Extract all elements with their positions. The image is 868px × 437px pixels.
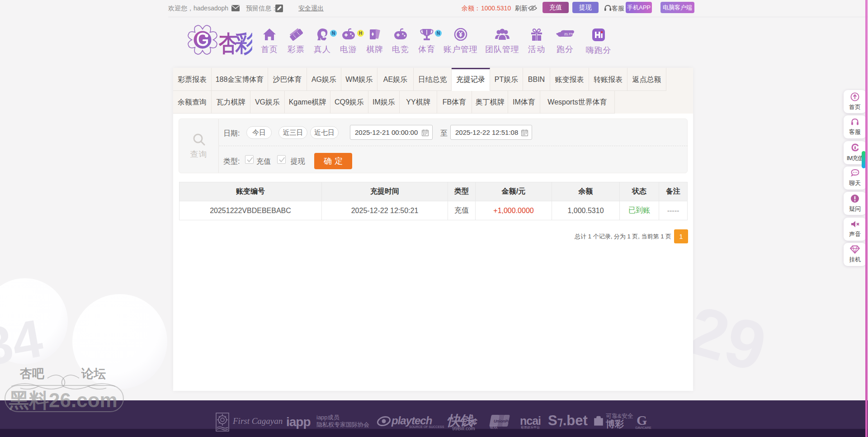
- svg-text:21.77: 21.77: [564, 33, 572, 36]
- svg-text:UnionPay: UnionPay: [494, 419, 510, 423]
